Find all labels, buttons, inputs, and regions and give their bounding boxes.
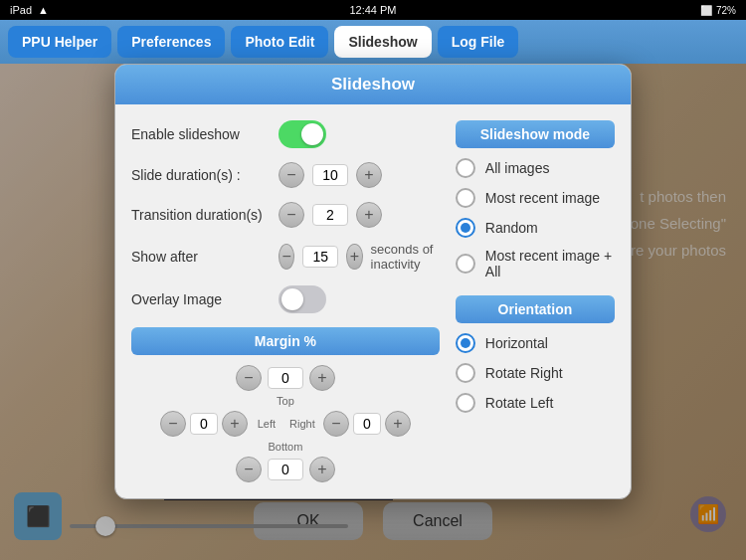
radio-horizontal[interactable]: Horizontal	[456, 331, 615, 355]
margin-top-plus[interactable]: +	[309, 365, 335, 391]
show-after-label: Show after	[131, 249, 271, 265]
margin-grid: − + Top − + Left Right − +	[131, 365, 440, 482]
margin-left-label: Left	[252, 418, 281, 430]
transition-duration-label: Transition duration(s)	[131, 207, 271, 223]
orientation-title: Orientation	[456, 295, 615, 323]
radio-rotate-right-circle[interactable]	[456, 363, 475, 383]
margin-left-value[interactable]	[190, 413, 218, 435]
radio-most-recent-all-label: Most recent image + All	[485, 248, 615, 280]
margin-bottom-minus[interactable]: −	[236, 457, 262, 482]
radio-horizontal-label: Horizontal	[485, 335, 548, 351]
show-after-plus[interactable]: +	[346, 244, 362, 270]
radio-most-recent-label: Most recent image	[485, 190, 600, 206]
margin-bottom-value[interactable]	[268, 459, 303, 480]
margin-top-row: − +	[236, 365, 335, 391]
slide-duration-row: Slide duration(s) : − +	[131, 162, 440, 188]
overlay-image-row: Overlay Image	[131, 285, 440, 313]
radio-rotate-right[interactable]: Rotate Right	[456, 361, 615, 385]
margin-lr-row: − + Left Right − +	[160, 411, 411, 437]
carrier-label: iPad	[10, 4, 32, 16]
toggle-thumb	[301, 123, 323, 145]
radio-horizontal-circle[interactable]	[456, 333, 475, 353]
margin-title: Margin %	[131, 327, 440, 355]
modal-left-column: Enable slideshow Slide duration(s) : − +…	[131, 120, 440, 482]
radio-rotate-left-circle[interactable]	[456, 393, 475, 413]
margin-left-plus[interactable]: +	[222, 411, 248, 437]
radio-random-label: Random	[485, 220, 538, 236]
radio-random-circle[interactable]	[456, 218, 475, 238]
overlay-toggle-thumb	[281, 288, 303, 310]
show-after-row: Show after − + seconds of inactivity	[131, 242, 440, 272]
radio-random[interactable]: Random	[456, 216, 615, 240]
modal-body: Enable slideshow Slide duration(s) : − +…	[115, 104, 631, 498]
slide-duration-minus[interactable]: −	[279, 162, 304, 188]
margin-top-label: Top	[277, 395, 294, 407]
modal-right-column: Slideshow mode All images Most recent im…	[456, 120, 615, 482]
radio-rotate-left-label: Rotate Left	[485, 395, 554, 411]
radio-rotate-right-label: Rotate Right	[485, 365, 563, 381]
slideshow-mode-section: Slideshow mode All images Most recent im…	[456, 120, 615, 281]
slide-duration-plus[interactable]: +	[356, 162, 382, 188]
radio-most-recent[interactable]: Most recent image	[456, 186, 615, 210]
radio-all-images-label: All images	[485, 160, 550, 176]
radio-all-images[interactable]: All images	[456, 156, 615, 180]
slide-duration-label: Slide duration(s) :	[131, 167, 271, 183]
margin-left-minus[interactable]: −	[160, 411, 186, 437]
enable-slideshow-row: Enable slideshow	[131, 120, 440, 148]
margin-bottom-row: − +	[236, 457, 335, 482]
margin-right-minus[interactable]: −	[323, 411, 349, 437]
margin-top-minus[interactable]: −	[236, 365, 262, 391]
transition-duration-minus[interactable]: −	[279, 202, 304, 228]
transition-duration-plus[interactable]: +	[356, 202, 382, 228]
radio-most-recent-circle[interactable]	[456, 188, 475, 208]
slide-duration-value[interactable]	[312, 164, 348, 186]
status-bar: iPad ▲ 12:44 PM ⬜ 72%	[0, 0, 746, 20]
transition-duration-row: Transition duration(s) − +	[131, 202, 440, 228]
enable-slideshow-label: Enable slideshow	[131, 126, 271, 142]
slideshow-mode-title: Slideshow mode	[456, 120, 615, 148]
margin-right-plus[interactable]: +	[385, 411, 411, 437]
radio-all-images-circle[interactable]	[456, 158, 475, 178]
transition-duration-value[interactable]	[312, 204, 348, 226]
overlay-image-toggle[interactable]	[279, 285, 326, 313]
overlay-image-label: Overlay Image	[131, 291, 271, 307]
tab-slideshow[interactable]: Slideshow	[334, 26, 431, 58]
tab-bar: PPU Helper Preferences Photo Edit Slides…	[0, 20, 746, 64]
radio-rotate-left[interactable]: Rotate Left	[456, 391, 615, 415]
wifi-status-icon: ▲	[38, 4, 49, 16]
radio-most-recent-all[interactable]: Most recent image + All	[456, 246, 615, 281]
margin-top-value[interactable]	[268, 367, 303, 389]
tab-log-file[interactable]: Log File	[438, 26, 519, 58]
tab-photo-edit[interactable]: Photo Edit	[231, 26, 328, 58]
radio-most-recent-all-circle[interactable]	[456, 254, 475, 274]
modal-title: Slideshow	[115, 65, 631, 104]
slideshow-modal: Slideshow Enable slideshow Slide duratio…	[114, 64, 632, 499]
tab-preferences[interactable]: Preferences	[117, 26, 225, 58]
margin-section: Margin % − + Top − + Left Ri	[131, 327, 440, 482]
tab-ppu-helper[interactable]: PPU Helper	[8, 26, 111, 58]
margin-bottom-label-text: Bottom	[269, 441, 303, 453]
enable-slideshow-toggle[interactable]	[279, 120, 326, 148]
orientation-section: Orientation Horizontal Rotate Right Rota…	[456, 295, 615, 415]
margin-right-label: Right	[285, 418, 319, 430]
margin-bottom-plus[interactable]: +	[309, 457, 335, 482]
battery-label: 72%	[716, 5, 736, 16]
battery-icon: ⬜	[700, 5, 712, 16]
show-after-value[interactable]	[302, 246, 338, 268]
show-after-minus[interactable]: −	[279, 244, 294, 270]
time-label: 12:44 PM	[349, 4, 396, 16]
show-after-suffix: seconds of inactivity	[371, 242, 440, 272]
margin-right-value[interactable]	[353, 413, 381, 435]
